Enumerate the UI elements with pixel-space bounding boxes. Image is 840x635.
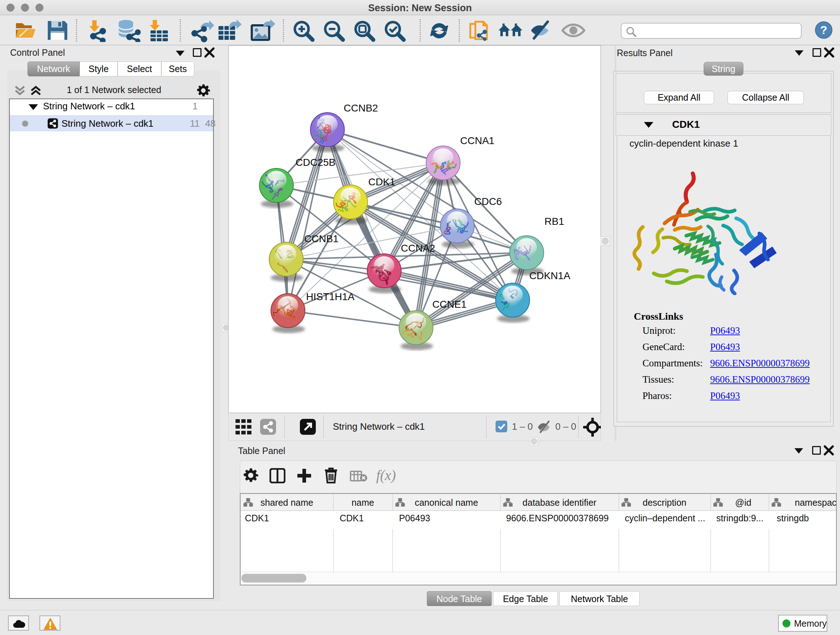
svg-text:CDK1: CDK1: [368, 176, 395, 187]
svg-text:?: ?: [820, 24, 827, 36]
svg-text:CCNB2: CCNB2: [344, 103, 378, 114]
svg-text:CDKN1A: CDKN1A: [529, 270, 570, 281]
svg-text:RB1: RB1: [545, 216, 564, 227]
svg-text:CCNA2: CCNA2: [401, 242, 435, 254]
svg-text:CCNA1: CCNA1: [460, 135, 494, 146]
svg-text:CCNB1: CCNB1: [304, 233, 339, 244]
svg-text:CCNE1: CCNE1: [432, 299, 467, 310]
svg-text:CDC6: CDC6: [474, 196, 502, 207]
svg-text:CDC25B: CDC25B: [295, 157, 335, 168]
svg-text:HIST1H1A: HIST1H1A: [306, 291, 355, 302]
